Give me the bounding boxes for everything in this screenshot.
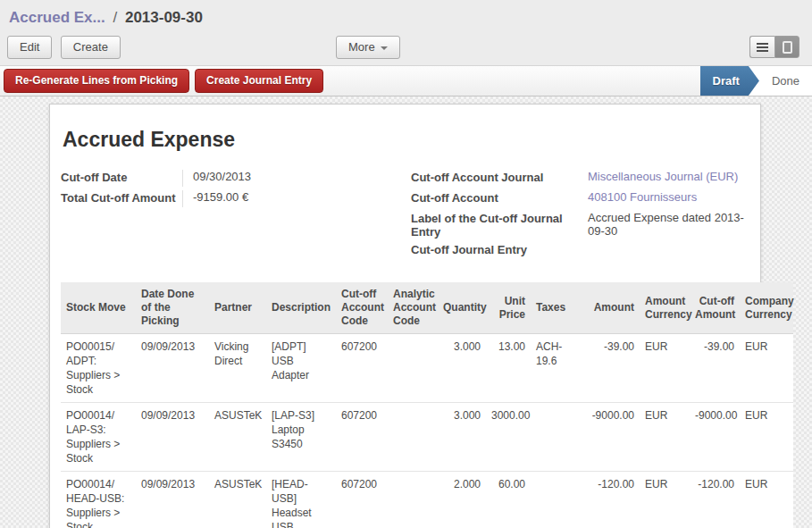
column-header[interactable]: Date Done of the Picking: [136, 282, 209, 334]
column-header[interactable]: Stock Move: [61, 282, 136, 334]
field-value: Accrued Expense dated 2013-09-30: [588, 211, 753, 239]
field-label: Cut-off Date: [61, 170, 182, 187]
table-cell: Vicking Direct: [209, 334, 266, 403]
column-header[interactable]: Taxes: [531, 282, 584, 334]
table-cell: -39.00: [584, 334, 640, 403]
table-cell: 09/09/2013: [136, 403, 209, 472]
form-view-icon: [783, 41, 792, 54]
breadcrumb-parent-link[interactable]: Accrued Ex...: [9, 9, 105, 26]
table-row[interactable]: PO00015/ ADPT: Suppliers > Stock09/09/20…: [61, 334, 793, 403]
field-value: 09/30/2013: [182, 170, 334, 187]
statusbar: Re-Generate Lines from Picking Create Jo…: [0, 65, 812, 96]
table-cell: EUR: [740, 403, 793, 472]
status-state-done: Done: [759, 66, 812, 96]
table-cell: [531, 472, 584, 528]
field-label: Cut-off Journal Entry: [411, 242, 588, 259]
table-cell: -9000.00: [584, 403, 640, 472]
form-view-button[interactable]: [774, 36, 799, 58]
table-cell: 09/09/2013: [136, 472, 209, 528]
table-cell: EUR: [640, 472, 690, 528]
table-cell: EUR: [640, 334, 690, 403]
table-cell: EUR: [740, 472, 793, 528]
field-group-right: Cut-off Account JournalMiscellaneous Jou…: [411, 170, 760, 263]
top-header: Accrued Ex... / 2013-09-30 Edit Create M…: [0, 0, 812, 65]
table-cell: -120.00: [690, 472, 740, 528]
table-cell: [HEAD-USB] Headset USB: [266, 472, 336, 528]
table-cell: -120.00: [584, 472, 640, 528]
page-title: Accrued Expense: [63, 128, 760, 152]
table-cell: [388, 403, 438, 472]
form-field-row: Cut-off Date09/30/2013: [61, 170, 411, 187]
column-header[interactable]: Company Currency: [740, 282, 793, 334]
more-button[interactable]: More: [336, 36, 400, 59]
table-cell: ACH-19.6: [531, 334, 584, 403]
field-label: Cut-off Account Journal: [411, 170, 588, 187]
field-label: Total Cut-off Amount: [61, 190, 182, 207]
status-states: Draft Done: [700, 66, 812, 96]
field-groups: Cut-off Date09/30/2013Total Cut-off Amou…: [61, 170, 760, 263]
table-row[interactable]: PO00014/ LAP-S3: Suppliers > Stock09/09/…: [61, 403, 793, 472]
column-header[interactable]: Cut-off Amount: [690, 282, 740, 334]
field-label: Label of the Cut-off Journal Entry: [411, 211, 588, 239]
form-field-row: Label of the Cut-off Journal EntryAccrue…: [411, 211, 760, 239]
field-value-link[interactable]: 408100 Fournisseurs: [588, 190, 753, 207]
column-header[interactable]: Amount: [584, 282, 640, 334]
form-field-row: Total Cut-off Amount-9159.00 €: [61, 190, 411, 207]
form-background: Accrued Expense Cut-off Date09/30/2013To…: [0, 96, 812, 528]
field-value: -9159.00 €: [182, 190, 334, 207]
table-cell: [531, 403, 584, 472]
table-row[interactable]: PO00014/ HEAD-USB: Suppliers > Stock09/0…: [61, 472, 793, 528]
table-cell: 13.00: [486, 334, 531, 403]
toolbar: Edit Create More: [7, 36, 805, 65]
table-cell: 2.000: [438, 472, 486, 528]
table-cell: EUR: [640, 403, 690, 472]
view-switcher: [749, 36, 799, 58]
chevron-down-icon: [381, 46, 388, 50]
column-header[interactable]: Quantity: [438, 282, 486, 334]
table-cell: PO00014/ HEAD-USB: Suppliers > Stock: [61, 472, 136, 528]
table-cell: 607200: [336, 403, 388, 472]
table-cell: [LAP-S3] Laptop S3450: [266, 403, 336, 472]
list-view-icon: [757, 43, 768, 45]
lines-table: Stock MoveDate Done of the PickingPartne…: [61, 282, 793, 528]
breadcrumb-current: 2013-09-30: [125, 9, 203, 26]
field-value-link[interactable]: Miscellaneous Journal (EUR): [588, 170, 753, 187]
breadcrumb-separator: /: [113, 9, 117, 26]
table-cell: -39.00: [690, 334, 740, 403]
table-cell: 3000.00: [486, 403, 531, 472]
field-group-left: Cut-off Date09/30/2013Total Cut-off Amou…: [61, 170, 411, 263]
column-header[interactable]: Amount Currency: [640, 282, 690, 334]
column-header[interactable]: Cut-off Account Code: [336, 282, 388, 334]
form-field-row: Cut-off Account408100 Fournisseurs: [411, 190, 760, 207]
column-header[interactable]: Analytic Account Code: [388, 282, 438, 334]
regenerate-lines-button[interactable]: Re-Generate Lines from Picking: [4, 69, 189, 93]
form-field-row: Cut-off Journal Entry: [411, 242, 760, 259]
column-header[interactable]: Description: [266, 282, 336, 334]
table-cell: 3.000: [438, 334, 486, 403]
table-cell: ASUSTeK: [209, 403, 266, 472]
edit-button[interactable]: Edit: [7, 36, 52, 59]
column-header[interactable]: Partner: [209, 282, 266, 334]
table-cell: 607200: [336, 334, 388, 403]
table-cell: 3.000: [438, 403, 486, 472]
table-cell: ASUSTeK: [209, 472, 266, 528]
more-button-label: More: [348, 40, 375, 54]
table-cell: 09/09/2013: [136, 334, 209, 403]
table-cell: 60.00: [486, 472, 531, 528]
form-sheet: Accrued Expense Cut-off Date09/30/2013To…: [49, 104, 761, 528]
list-view-button[interactable]: [749, 36, 774, 58]
table-cell: -9000.00: [690, 403, 740, 472]
status-state-draft: Draft: [700, 66, 759, 96]
table-cell: PO00015/ ADPT: Suppliers > Stock: [61, 334, 136, 403]
table-cell: [388, 472, 438, 528]
breadcrumb: Accrued Ex... / 2013-09-30: [9, 9, 805, 27]
create-journal-entry-button[interactable]: Create Journal Entry: [195, 69, 323, 93]
field-value: [588, 242, 753, 259]
lines-table-container: Stock MoveDate Done of the PickingPartne…: [61, 282, 795, 528]
create-button[interactable]: Create: [61, 36, 121, 59]
table-cell: PO00014/ LAP-S3: Suppliers > Stock: [61, 403, 136, 472]
table-cell: [ADPT] USB Adapter: [266, 334, 336, 403]
field-label: Cut-off Account: [411, 190, 588, 207]
table-cell: [388, 334, 438, 403]
column-header[interactable]: Unit Price: [486, 282, 531, 334]
